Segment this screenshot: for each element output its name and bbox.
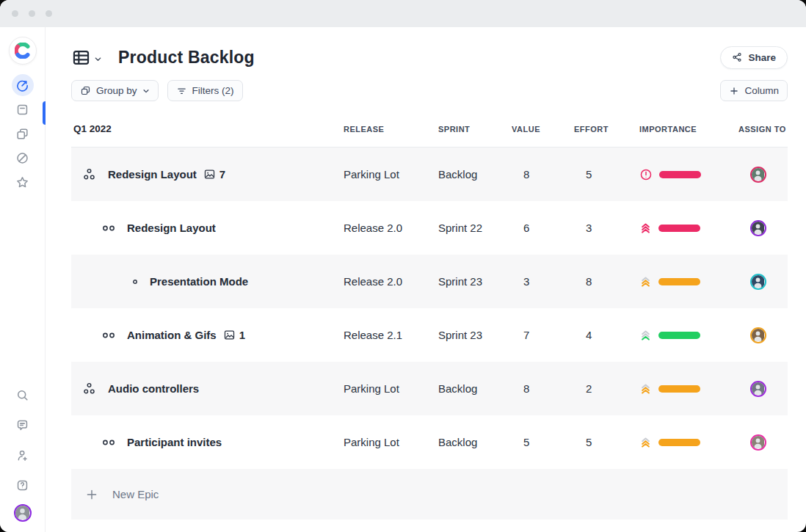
sidebar-item-notes[interactable]	[12, 98, 34, 120]
column-header-value[interactable]: VALUE	[512, 125, 574, 134]
attachments-badge[interactable]: 1	[223, 329, 245, 341]
sprint-cell[interactable]: Backlog	[438, 382, 512, 395]
sidebar-item-explore[interactable]	[12, 147, 34, 169]
window-control-dot[interactable]	[12, 10, 18, 17]
value-cell[interactable]: 6	[512, 222, 574, 234]
value-cell[interactable]: 8	[512, 168, 574, 181]
sidebar-item-help[interactable]	[12, 474, 34, 496]
effort-cell[interactable]: 4	[574, 329, 639, 341]
importance-cell[interactable]	[639, 329, 738, 341]
effort-cell[interactable]: 2	[574, 382, 639, 395]
filters-label: Filters (2)	[192, 85, 234, 96]
app-window: Product Backlog Share Group by	[0, 0, 806, 532]
sprint-cell[interactable]: Backlog	[438, 168, 512, 181]
importance-cell[interactable]	[639, 436, 738, 448]
value-cell[interactable]: 5	[512, 436, 574, 448]
column-header-assign-to[interactable]: ASSIGN TO	[738, 125, 788, 134]
release-cell[interactable]: Release 2.1	[344, 329, 438, 341]
importance-bar	[659, 171, 701, 178]
value-cell[interactable]: 8	[512, 382, 574, 395]
effort-cell[interactable]: 3	[574, 222, 639, 234]
effort-cell[interactable]: 5	[574, 168, 639, 181]
window-control-dot[interactable]	[29, 10, 35, 17]
column-header-release[interactable]: RELEASE	[344, 125, 438, 134]
new-epic-button[interactable]: New Epic	[71, 469, 788, 520]
window-titlebar	[0, 0, 806, 27]
page-title: Product Backlog	[118, 48, 255, 68]
importance-bar	[658, 225, 700, 232]
importance-cell[interactable]	[639, 222, 738, 234]
sprint-cell[interactable]: Sprint 23	[438, 329, 512, 341]
sprint-cell[interactable]: Sprint 22	[438, 222, 512, 234]
assignee-avatar[interactable]	[750, 327, 766, 343]
sidebar-item-boards[interactable]	[12, 123, 34, 145]
column-header-importance[interactable]: IMPORTANCE	[639, 125, 738, 134]
backlog-table: Q1 2022 RELEASE SPRINT VALUE EFFORT IMPO…	[71, 111, 788, 520]
assignee-avatar[interactable]	[750, 220, 766, 236]
item-name[interactable]: Presentation Mode	[150, 275, 248, 288]
priority-chevrons-icon	[639, 222, 652, 234]
importance-bar	[658, 385, 700, 393]
effort-cell[interactable]: 5	[574, 436, 639, 448]
image-icon	[203, 168, 216, 181]
avatar-photo	[752, 168, 764, 181]
add-column-button[interactable]: Column	[720, 80, 788, 101]
craft-logo[interactable]	[9, 37, 37, 65]
table-row[interactable]: Participant invites Parking Lot Backlog …	[71, 415, 788, 469]
item-name[interactable]: Animation & Gifs	[127, 329, 217, 341]
user-avatar[interactable]	[14, 504, 32, 522]
sidebar-item-favorites[interactable]	[12, 171, 34, 193]
share-button[interactable]: Share	[720, 46, 788, 69]
item-name[interactable]: Redesign Layout	[127, 222, 216, 234]
sidebar-item-feedback[interactable]	[12, 414, 34, 436]
sprint-cell[interactable]: Backlog	[438, 436, 512, 448]
column-header-sprint[interactable]: SPRINT	[438, 125, 512, 134]
plus-icon	[85, 488, 98, 501]
release-cell[interactable]: Parking Lot	[344, 436, 438, 448]
release-cell[interactable]: Release 2.0	[344, 222, 438, 234]
table-row[interactable]: Redesign Layout 7 Parking Lot Backlog 8 …	[71, 147, 788, 201]
chevron-down-icon[interactable]	[94, 53, 102, 66]
table-row[interactable]: Audio controllers Parking Lot Backlog 8 …	[71, 362, 788, 415]
assignee-avatar[interactable]	[750, 167, 766, 183]
assignee-cell	[738, 167, 788, 183]
star-icon	[15, 175, 29, 189]
table-row[interactable]: Redesign Layout Release 2.0 Sprint 22 6 …	[71, 201, 788, 255]
group-by-button[interactable]: Group by	[71, 80, 159, 101]
sprint-cell[interactable]: Sprint 23	[438, 275, 512, 288]
item-name-cell: Presentation Mode	[71, 275, 344, 288]
sidebar-bottom	[12, 384, 34, 522]
item-name[interactable]: Redesign Layout	[108, 168, 197, 181]
assignee-avatar[interactable]	[750, 274, 766, 290]
assignee-cell	[738, 434, 788, 451]
group-label[interactable]: Q1 2022	[71, 123, 344, 134]
attachments-badge[interactable]: 7	[203, 168, 225, 181]
gauge-arrow-icon	[15, 79, 29, 92]
item-name[interactable]: Audio controllers	[108, 382, 199, 395]
table-row[interactable]: Presentation Mode Release 2.0 Sprint 23 …	[71, 255, 788, 308]
release-cell[interactable]: Release 2.0	[344, 275, 438, 288]
value-cell[interactable]: 7	[512, 329, 574, 341]
craft-c-icon	[15, 43, 31, 59]
importance-cell[interactable]	[639, 168, 738, 181]
sidebar-item-invite-user[interactable]	[12, 444, 34, 466]
importance-cell[interactable]	[639, 382, 738, 395]
release-cell[interactable]: Parking Lot	[344, 168, 438, 181]
assignee-avatar[interactable]	[750, 434, 766, 451]
filters-button[interactable]: Filters (2)	[167, 80, 243, 101]
effort-cell[interactable]: 8	[574, 275, 639, 288]
compass-slash-icon	[15, 151, 29, 165]
assignee-cell	[738, 327, 788, 343]
column-header-effort[interactable]: EFFORT	[574, 125, 639, 134]
table-view-icon[interactable]	[71, 48, 91, 68]
table-row[interactable]: Animation & Gifs 1 Release 2.1 Sprint 23…	[71, 308, 788, 362]
assignee-avatar[interactable]	[750, 381, 766, 397]
importance-cell[interactable]	[639, 275, 738, 288]
sidebar-item-strategy[interactable]	[12, 74, 34, 96]
item-name[interactable]: Participant invites	[127, 436, 222, 448]
assignee-cell	[738, 381, 788, 397]
value-cell[interactable]: 3	[512, 275, 574, 288]
window-control-dot[interactable]	[46, 10, 52, 17]
release-cell[interactable]: Parking Lot	[344, 382, 438, 395]
sidebar-item-search[interactable]	[12, 384, 34, 406]
